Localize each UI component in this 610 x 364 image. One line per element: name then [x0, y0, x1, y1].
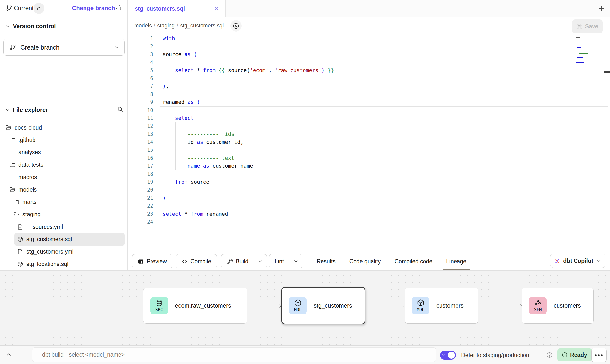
code-line-9[interactable]: 9renamed as (	[128, 98, 610, 106]
lint-button[interactable]: Lint	[269, 254, 302, 268]
defer-toggle[interactable]	[440, 351, 456, 360]
code-line-8[interactable]: 8	[128, 90, 610, 98]
line-number: 9	[128, 98, 153, 106]
code-line-1[interactable]: 1with	[128, 34, 610, 42]
code-line-16[interactable]: 16 ---------- text	[128, 154, 610, 162]
code-line-15[interactable]: 15	[128, 146, 610, 154]
more-options-button[interactable]	[591, 348, 607, 362]
tree-item--github[interactable]: .github	[6, 134, 125, 146]
line-number: 7	[128, 82, 153, 90]
breadcrumb-part[interactable]: stg_customers.sql	[180, 22, 224, 29]
create-branch-button[interactable]: Create branch	[3, 39, 125, 56]
code-line-14[interactable]: 14 id as customer_id,	[128, 138, 610, 146]
code-text: ---------- ids	[163, 130, 234, 138]
dbt-copilot-button[interactable]: dbt Copilot	[550, 254, 605, 268]
code-line-6[interactable]: 6	[128, 74, 610, 82]
cube-icon	[17, 236, 23, 242]
code-line-19[interactable]: 19 from source	[128, 178, 610, 186]
tree-item-stg-locations-sql[interactable]: stg_locations.sql	[14, 258, 125, 270]
dbt-command-input[interactable]: dbt build --select <model_name>	[32, 347, 436, 362]
line-number: 21	[128, 194, 153, 202]
help-icon[interactable]	[546, 352, 553, 358]
tree-item-docs-cloud[interactable]: docs-cloud	[2, 121, 125, 134]
code-line-5[interactable]: 5 select * from {{ source('ecom', 'raw_c…	[128, 66, 610, 74]
panel-tab-code-quality[interactable]: Code quality	[349, 252, 381, 271]
code-text: select * from renamed	[163, 210, 228, 218]
compile-button[interactable]: Compile	[176, 254, 217, 268]
chevron-up-icon[interactable]	[5, 351, 12, 358]
lineage-edge	[478, 306, 521, 306]
tree-item-label: stg_locations.sql	[26, 261, 68, 267]
code-line-18[interactable]: 18	[128, 170, 610, 178]
divider	[588, 0, 588, 17]
tab-title: stg_customers.sql	[135, 5, 185, 12]
code-line-4[interactable]: 4	[128, 58, 610, 66]
preview-button[interactable]: Preview	[132, 254, 172, 268]
chevron-down-icon	[293, 259, 299, 264]
folder-icon	[10, 149, 15, 155]
lineage-node-customers-mdl[interactable]: MDLcustomers	[405, 288, 478, 324]
code-text: name as customer_name	[163, 162, 253, 170]
tree-item-label: analyses	[18, 149, 41, 156]
code-line-11[interactable]: 11 select	[128, 114, 610, 122]
tree-item-analyses[interactable]: analyses	[6, 146, 125, 159]
copy-icon[interactable]	[115, 4, 122, 11]
breadcrumb-separator: /	[152, 22, 157, 29]
code-line-20[interactable]: 20	[128, 186, 610, 194]
chevron-down-icon	[258, 259, 263, 264]
lineage-node-stg_customers-mdl[interactable]: MDLstg_customers	[281, 287, 365, 324]
code-editor[interactable]: 1with23source as (45 select * from {{ so…	[128, 34, 610, 252]
line-number: 13	[128, 130, 153, 138]
tab-stg-customers-sql[interactable]: stg_customers.sql ✕	[128, 0, 226, 17]
code-text: ---------- text	[163, 154, 234, 162]
editor-scrollbar[interactable]	[603, 17, 610, 252]
breadcrumb-part[interactable]: staging	[157, 22, 175, 29]
lineage-node-customers-sem[interactable]: SEMcustomers	[522, 288, 594, 324]
tree-item-stg-customers-sql[interactable]: stg_customers.sql	[14, 233, 125, 246]
current-branch-label: Current	[14, 5, 34, 12]
chevron-down-icon[interactable]	[5, 24, 10, 29]
chevron-down-icon	[596, 258, 602, 264]
lint-label: Lint	[275, 258, 284, 265]
build-button[interactable]: Build	[221, 254, 267, 268]
tree-item-macros[interactable]: macros	[6, 171, 125, 183]
file-actions-button[interactable]	[230, 20, 242, 32]
code-line-13[interactable]: 13 ---------- ids	[128, 130, 610, 138]
lineage-edge	[365, 306, 404, 306]
panel-tab-compiled-code[interactable]: Compiled code	[395, 252, 432, 271]
code-line-7[interactable]: 7),	[128, 82, 610, 90]
lineage-node-ecom-raw_customers-src[interactable]: SRCecom.raw_customers	[143, 288, 247, 324]
tree-item-marts[interactable]: marts	[10, 196, 125, 208]
tree-item-models[interactable]: models	[6, 183, 125, 196]
code-line-17[interactable]: 17 name as customer_name	[128, 162, 610, 170]
compile-label: Compile	[190, 258, 211, 265]
code-line-12[interactable]: 12	[128, 122, 610, 130]
change-branch-link[interactable]: Change branch	[72, 5, 115, 12]
panel-tab-lineage[interactable]: Lineage	[446, 252, 466, 271]
code-line-24[interactable]: 24	[128, 218, 610, 226]
save-button[interactable]: Save	[572, 19, 603, 33]
chevron-down-icon[interactable]	[5, 107, 10, 113]
new-tab-button[interactable]	[593, 0, 610, 17]
code-text: renamed as (	[163, 98, 200, 106]
code-text: select * from {{ source('ecom', 'raw_cus…	[163, 66, 334, 74]
code-line-2[interactable]: 2	[128, 42, 610, 50]
code-line-21[interactable]: 21)	[128, 194, 610, 202]
tree-item-staging[interactable]: staging	[10, 208, 125, 221]
tree-item-data-tests[interactable]: data-tests	[6, 159, 125, 171]
tree-item-label: models	[18, 186, 37, 193]
code-line-22[interactable]: 22	[128, 202, 610, 210]
status-badge: Ready	[557, 348, 592, 361]
code-line-3[interactable]: 3source as (	[128, 50, 610, 58]
breadcrumb-part[interactable]: models	[134, 22, 152, 29]
panel-tab-results[interactable]: Results	[317, 252, 336, 271]
close-icon[interactable]: ✕	[214, 5, 219, 12]
search-icon[interactable]	[117, 106, 123, 113]
tree-item--sources-yml[interactable]: __sources.yml	[14, 221, 125, 233]
lint-dropdown[interactable]	[289, 254, 302, 268]
minimap[interactable]	[576, 35, 599, 65]
build-dropdown[interactable]	[254, 254, 267, 268]
code-line-23[interactable]: 23select * from renamed	[128, 210, 610, 218]
tree-item-stg-customers-yml[interactable]: stg_customers.yml	[14, 246, 125, 258]
create-branch-dropdown[interactable]	[108, 39, 124, 55]
